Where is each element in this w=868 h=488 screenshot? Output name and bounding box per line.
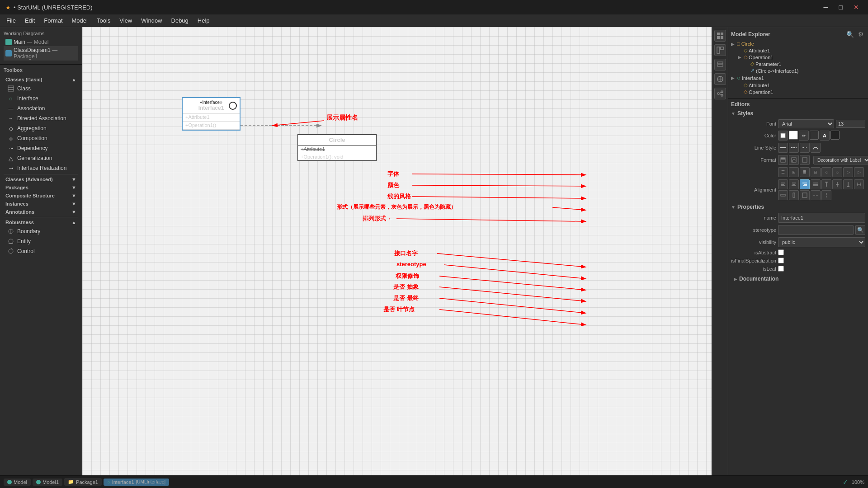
doc-header[interactable]: ▶ Documentation: [734, 276, 863, 282]
prop-leaf-checkbox[interactable]: [778, 266, 784, 272]
cursor-tool[interactable]: ↖: [27, 76, 34, 86]
color-text-black[interactable]: [830, 131, 840, 140]
tool-association[interactable]: — Association: [4, 103, 78, 113]
tool-boundary[interactable]: Boundary: [4, 226, 78, 236]
status-tab-interface1[interactable]: ○ Interface1 [UMLInterface]: [104, 479, 169, 486]
align-h-space[interactable]: [811, 190, 821, 200]
align-justify[interactable]: [811, 179, 821, 189]
menu-format[interactable]: Format: [39, 15, 67, 26]
section-instances[interactable]: Instances ▼: [4, 200, 78, 208]
tool-interface[interactable]: ○ Interface: [4, 94, 78, 103]
section-packages[interactable]: Packages ▼: [4, 183, 78, 192]
fmt-sub-5[interactable]: ◇: [821, 167, 831, 177]
menu-model[interactable]: Model: [67, 15, 92, 26]
menu-view[interactable]: View: [115, 15, 137, 26]
color-text-btn[interactable]: A: [820, 131, 830, 141]
menu-tools[interactable]: Tools: [92, 15, 115, 26]
align-top[interactable]: [821, 179, 831, 189]
toolbar-transform-btn[interactable]: [714, 73, 726, 85]
tree-iface-attr1[interactable]: ◇ Attribute1: [731, 82, 865, 89]
align-left[interactable]: [778, 179, 788, 189]
font-size-input[interactable]: [836, 120, 865, 128]
tool-directed-association[interactable]: → Directed Association: [4, 113, 78, 123]
toolbar-grid-btn[interactable]: [714, 44, 726, 56]
interface-uml-box[interactable]: «interface» Interface1 +Attribute1 +Oper…: [182, 97, 241, 131]
tree-circle[interactable]: ▶ □ Circle: [731, 41, 865, 47]
explorer-settings-btn[interactable]: ⚙: [856, 30, 865, 39]
align-same-size[interactable]: [800, 190, 810, 200]
tool-dependency[interactable]: ⤳ Dependency: [4, 143, 78, 153]
canvas-area[interactable]: «interface» Interface1 +Attribute1 +Oper…: [82, 27, 712, 475]
maximize-button[interactable]: □: [835, 3, 846, 12]
line-style-curved-btn[interactable]: [811, 143, 821, 153]
tool-entity[interactable]: Entity: [4, 236, 78, 246]
tool-aggregation[interactable]: ◇ Aggregation: [4, 123, 78, 133]
status-tab-model1[interactable]: Model1: [33, 479, 62, 486]
font-select[interactable]: Arial Times New Roman Courier: [778, 119, 834, 128]
menu-edit[interactable]: Edit: [20, 15, 39, 26]
fmt-sub-1[interactable]: ☰: [778, 167, 788, 177]
prop-stereotype-search-btn[interactable]: 🔍: [855, 225, 865, 235]
format-select[interactable]: Decoration with Label Label Only Icon: [813, 156, 868, 164]
line-style-solid-btn[interactable]: [778, 143, 788, 153]
fmt-sub-4[interactable]: ⊟: [811, 167, 821, 177]
line-style-dotted-btn[interactable]: [800, 143, 810, 153]
status-tab-model[interactable]: Model: [4, 479, 31, 486]
fmt-sub-8[interactable]: ▷: [854, 167, 864, 177]
align-v-space[interactable]: [821, 190, 831, 200]
align-same-width[interactable]: [778, 190, 788, 200]
toolbar-share-btn[interactable]: [714, 88, 726, 99]
tool-interface-realization[interactable]: ⇢ Interface Realization: [4, 163, 78, 173]
minimize-button[interactable]: ─: [820, 3, 832, 12]
tool-generalization[interactable]: △ Generalization: [4, 153, 78, 163]
circle-uml-box[interactable]: Circle +Attribute1 +Operation1(): void: [297, 134, 377, 161]
prop-final-checkbox[interactable]: [778, 258, 784, 263]
tool-control[interactable]: Control: [4, 246, 78, 256]
tree-realization[interactable]: ↗ (Circle->Interface1): [731, 67, 865, 74]
status-tab-package1[interactable]: 📁 Package1: [64, 478, 102, 486]
tree-param1[interactable]: ◇ Parameter1: [731, 61, 865, 67]
section-classes-advanced[interactable]: Classes (Advanced) ▼: [4, 175, 78, 183]
color-black-swatch[interactable]: [810, 131, 819, 140]
line-style-dashed-btn[interactable]: [789, 143, 799, 153]
menu-file[interactable]: File: [2, 15, 20, 26]
tree-interface1[interactable]: ▶ ○ Interface1: [731, 74, 865, 82]
tool-composition[interactable]: ◆ Composition: [4, 133, 78, 143]
tree-circle-op1[interactable]: ▶ ◇ Operation1: [731, 54, 865, 61]
properties-header[interactable]: ▼ Properties: [731, 204, 865, 210]
section-composite[interactable]: Composite Structure ▼: [4, 192, 78, 200]
align-same-height[interactable]: [789, 190, 799, 200]
align-center[interactable]: [789, 179, 799, 189]
color-fill-btn[interactable]: [778, 131, 788, 141]
tool-class[interactable]: Class: [4, 84, 78, 94]
prop-abstract-checkbox[interactable]: [778, 249, 784, 255]
tree-iface-op1[interactable]: ◇ Operation1: [731, 89, 865, 95]
toolbar-layers-btn[interactable]: [714, 59, 726, 70]
align-distribute[interactable]: [854, 179, 864, 189]
format-btn-1[interactable]: [778, 155, 788, 165]
diagram-main[interactable]: Main — Model: [4, 38, 78, 46]
color-edit-btn[interactable]: ✏: [799, 131, 809, 141]
diagram-class[interactable]: ClassDiagram1 — Package1: [4, 46, 78, 61]
menu-help[interactable]: Help: [193, 15, 214, 26]
align-right[interactable]: [800, 179, 810, 189]
prop-name-input[interactable]: [778, 213, 865, 223]
fmt-sub-2[interactable]: ⊞: [789, 167, 799, 177]
format-btn-3[interactable]: [800, 155, 810, 165]
section-annotations[interactable]: Annotations ▼: [4, 208, 78, 216]
menu-debug[interactable]: Debug: [167, 15, 193, 26]
close-button[interactable]: ✕: [850, 3, 863, 12]
prop-visibility-select[interactable]: public protected private package: [778, 237, 865, 247]
fmt-sub-6[interactable]: ◇: [832, 167, 842, 177]
explorer-search-btn[interactable]: 🔍: [845, 30, 854, 39]
menu-window[interactable]: Window: [137, 15, 166, 26]
prop-stereotype-input[interactable]: [778, 225, 854, 235]
styles-header[interactable]: ▼ Styles: [731, 110, 865, 117]
section-classes-basic[interactable]: Classes (Basic) ▲: [4, 75, 78, 84]
fmt-sub-3[interactable]: ≣: [800, 167, 810, 177]
align-middle[interactable]: [832, 179, 842, 189]
section-robustness[interactable]: Robustness ▲: [4, 218, 78, 226]
tree-circle-attr1[interactable]: ◇ Attribute1: [731, 47, 865, 54]
fmt-sub-7[interactable]: ▷: [843, 167, 853, 177]
toolbar-puzzle-btn[interactable]: [714, 30, 726, 42]
